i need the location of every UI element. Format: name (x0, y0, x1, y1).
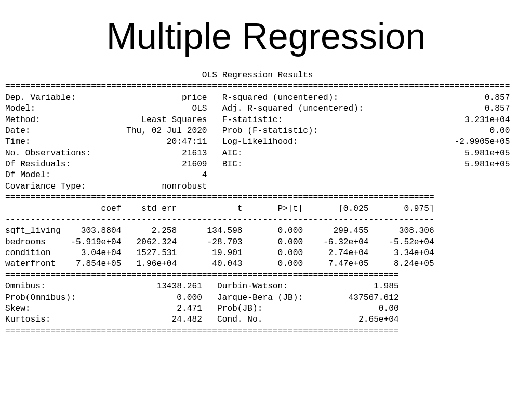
page-title: Multiple Regression (0, 16, 532, 57)
ols-regression-output: OLS Regression Results =================… (5, 70, 527, 337)
